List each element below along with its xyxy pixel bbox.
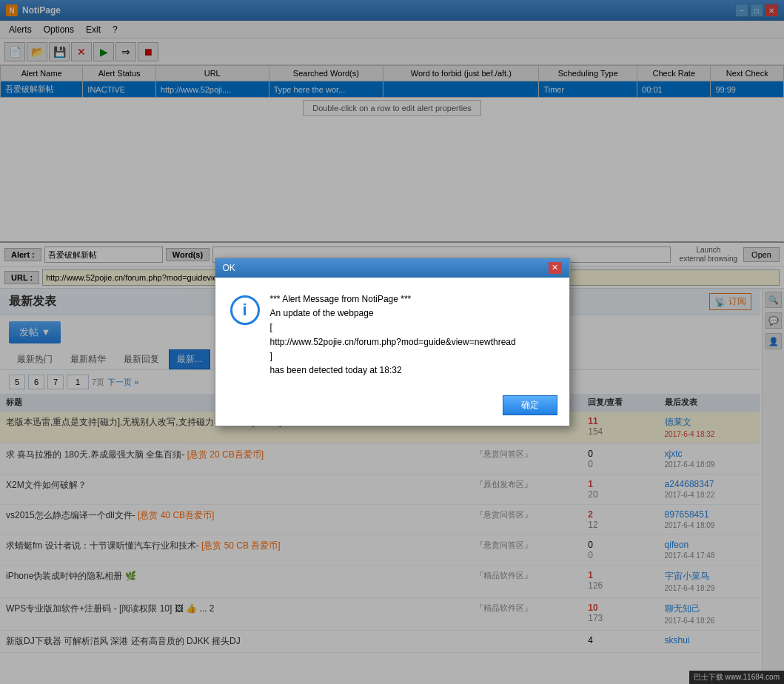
dialog-line2: An update of the webpage — [270, 306, 555, 321]
dialog-close-button[interactable]: ✕ — [549, 262, 562, 274]
alert-dialog: OK ✕ i *** Alert Message from NotiPage *… — [215, 258, 570, 426]
dialog-url: http://www.52pojie.cn/forum.php?mod=guid… — [270, 335, 555, 349]
dialog-title-text: OK — [223, 263, 235, 273]
info-icon: i — [230, 295, 260, 325]
dialog-message: *** Alert Message from NotiPage *** An u… — [270, 292, 555, 378]
dialog-line1: *** Alert Message from NotiPage *** — [270, 292, 555, 306]
dialog-footer: 确定 — [215, 389, 569, 426]
dialog-body: i *** Alert Message from NotiPage *** An… — [215, 278, 569, 389]
dialog-title-bar: OK ✕ — [215, 258, 569, 278]
dialog-line5: ] — [270, 349, 555, 363]
dialog-line6: has been detected today at 18:32 — [270, 363, 555, 378]
dialog-overlay: OK ✕ i *** Alert Message from NotiPage *… — [0, 0, 784, 684]
dialog-line3: [ — [270, 321, 555, 335]
dialog-ok-button[interactable]: 确定 — [503, 395, 557, 415]
